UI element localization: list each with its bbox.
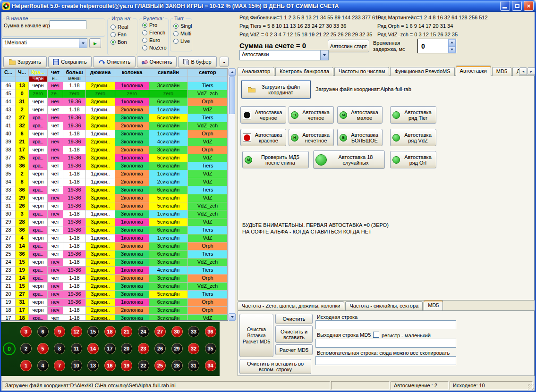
- board-number[interactable]: 4: [37, 360, 49, 371]
- profile-combobox[interactable]: 1Melonati: [2, 38, 87, 48]
- spin-up-button[interactable]: [448, 39, 456, 46]
- board-number[interactable]: 11: [71, 343, 82, 354]
- play-button[interactable]: ►: [89, 38, 101, 48]
- board-number[interactable]: 6: [37, 326, 49, 337]
- board-number[interactable]: 22: [138, 360, 149, 371]
- autobet-button[interactable]: Автоставка ряд Tier: [390, 106, 436, 124]
- close-button[interactable]: ×: [524, 1, 534, 11]
- board-number[interactable]: 24: [138, 326, 149, 337]
- board-number[interactable]: 30: [171, 326, 183, 337]
- board-number[interactable]: 26: [154, 343, 166, 354]
- board-number[interactable]: 25: [154, 360, 166, 371]
- board-number[interactable]: 29: [171, 343, 183, 354]
- autobet-button[interactable]: Автоставка красное: [240, 129, 286, 146]
- toolbar-button[interactable]: В буфер: [178, 56, 217, 67]
- autobet-button[interactable]: МАвтоставка малое: [337, 106, 383, 124]
- aux-string-input[interactable]: [315, 356, 456, 365]
- scroll-up-button[interactable]: [229, 68, 236, 76]
- minimize-button[interactable]: [500, 1, 510, 11]
- board-number[interactable]: 3: [20, 326, 32, 337]
- tab-item[interactable]: Делени: [512, 67, 519, 76]
- toolbar-button[interactable]: Очистить: [137, 56, 177, 67]
- board-number[interactable]: 35: [205, 343, 216, 354]
- board-number[interactable]: 13: [87, 360, 99, 371]
- autobet-button[interactable]: ЧАвтоставка четное: [289, 106, 334, 124]
- board-number[interactable]: 19: [121, 360, 132, 371]
- board-number[interactable]: 23: [138, 343, 149, 354]
- clear-button[interactable]: Очистить: [275, 314, 313, 324]
- calc-md5-button[interactable]: Расчет MD5: [275, 344, 313, 355]
- radio-option[interactable]: Real: [108, 23, 137, 31]
- toolbar-button[interactable]: Загрузить: [3, 56, 47, 67]
- tab-scroll-right-button[interactable]: ►: [527, 67, 535, 75]
- maximize-button[interactable]: [512, 1, 522, 11]
- radio-option[interactable]: Singl: [170, 22, 192, 30]
- board-number[interactable]: 7: [54, 360, 65, 371]
- start-sum-input[interactable]: [50, 20, 86, 29]
- board-number[interactable]: 33: [188, 326, 199, 337]
- board-number[interactable]: 20: [121, 343, 132, 354]
- radio-option[interactable]: Multi: [170, 30, 192, 37]
- tab-item[interactable]: MD5: [424, 300, 443, 310]
- lowercase-checkbox[interactable]: [373, 332, 379, 338]
- tab-item[interactable]: Частота - Zero, шансы, дюжины, колонки: [238, 301, 344, 310]
- toolbar-button[interactable]: Сохранить: [48, 56, 92, 67]
- tab-item[interactable]: Частоты по числам: [334, 67, 389, 76]
- tab-item[interactable]: MD5: [492, 67, 511, 76]
- autobet-button[interactable]: Автоставка ряд VdZ: [390, 129, 436, 146]
- collapse-button[interactable]: -: [220, 57, 229, 67]
- autobet-button[interactable]: НАвтоставка нечетное: [289, 129, 334, 146]
- board-number[interactable]: 21: [121, 326, 132, 337]
- table-scrollbar[interactable]: [228, 68, 235, 321]
- load-coords-button[interactable]: Загрузить файл координат: [241, 80, 311, 99]
- tab-item[interactable]: Анализатор: [238, 67, 274, 76]
- board-number[interactable]: 31: [188, 360, 199, 371]
- delay-spinner[interactable]: 0: [417, 39, 456, 53]
- board-zero[interactable]: 0: [3, 342, 16, 355]
- board-number[interactable]: 28: [171, 360, 183, 371]
- board-number[interactable]: 9: [54, 326, 65, 337]
- radio-option[interactable]: French: [139, 29, 168, 36]
- board-number[interactable]: 12: [71, 326, 82, 337]
- board-number[interactable]: 17: [104, 343, 116, 354]
- board-number[interactable]: 15: [87, 326, 99, 337]
- resize-grip[interactable]: [528, 384, 534, 390]
- tab-item[interactable]: Автоставки: [456, 66, 491, 76]
- tab-item[interactable]: Частота - сиклайны, сектора: [345, 301, 423, 310]
- radio-option[interactable]: Pro: [139, 21, 168, 29]
- spin-down-button[interactable]: [448, 46, 456, 53]
- radio-option[interactable]: Fan: [108, 31, 137, 38]
- scroll-down-button[interactable]: [229, 313, 236, 321]
- combo-dropdown-button[interactable]: [79, 39, 87, 48]
- title-bar[interactable]: HelperRoullet 5.0- create helperroullet@…: [0, 0, 536, 12]
- tab-scroll-left-button[interactable]: ◄: [519, 67, 527, 75]
- autobet-button[interactable]: Автоставка ряд Orf: [390, 151, 436, 168]
- board-number[interactable]: 8: [54, 343, 65, 354]
- board-number[interactable]: 2: [20, 343, 32, 354]
- board-number[interactable]: 34: [205, 360, 216, 371]
- clear-paste-button[interactable]: Очистить и вставить: [275, 325, 313, 343]
- combo-dropdown-button[interactable]: [320, 50, 328, 60]
- board-number[interactable]: 32: [188, 343, 199, 354]
- board-number[interactable]: 27: [154, 326, 166, 337]
- autobet-button[interactable]: Автоставка черное: [240, 106, 286, 124]
- md5-stack-button[interactable]: Очистка Вставка Расчет MD5: [239, 314, 273, 357]
- board-number[interactable]: 36: [205, 326, 216, 337]
- md5-output-input[interactable]: [315, 339, 456, 348]
- autospin-start-button[interactable]: Автоспин старт: [328, 40, 369, 52]
- toolbar-button[interactable]: Отменить: [93, 56, 136, 67]
- source-string-input[interactable]: [315, 320, 456, 329]
- board-number[interactable]: 14: [87, 343, 99, 354]
- board-number[interactable]: 10: [71, 360, 82, 371]
- autobet-button[interactable]: БАвтоставка БОЛЬШОЕ: [337, 129, 383, 146]
- autobet-button[interactable]: Автоставка 18 случайных: [313, 150, 385, 169]
- aux-clear-paste-button[interactable]: Очистить и вставить во вспом. строку: [239, 359, 311, 374]
- radio-option[interactable]: Live: [170, 37, 192, 45]
- scroll-thumb[interactable]: [229, 76, 235, 114]
- board-number[interactable]: 1: [20, 360, 32, 371]
- radio-option[interactable]: Euro: [139, 36, 168, 44]
- autobet-button[interactable]: МПроверить МД5 после спина: [242, 151, 309, 168]
- board-number[interactable]: 5: [37, 343, 49, 354]
- tab-item[interactable]: Контроль банкролла: [275, 67, 333, 76]
- tab-item[interactable]: Функционал PsevdoMS: [390, 67, 454, 76]
